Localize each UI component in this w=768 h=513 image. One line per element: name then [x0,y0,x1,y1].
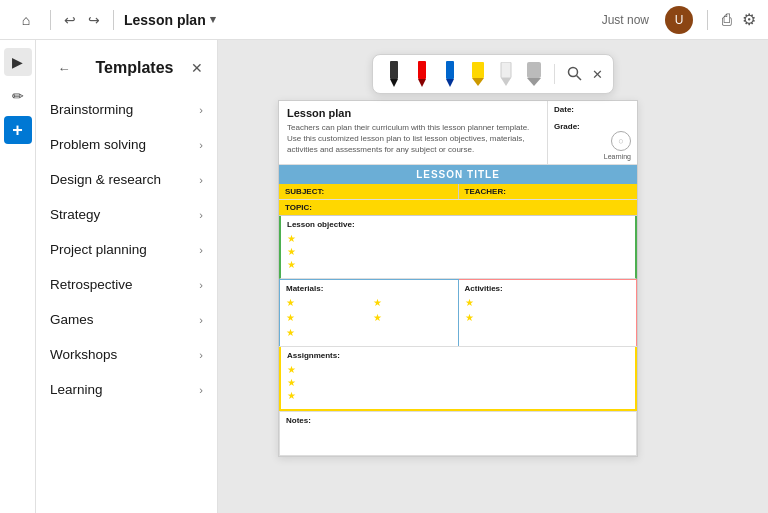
sidebar-title: Templates [96,59,174,77]
sidebar-list: Brainstorming › Problem solving › Design… [36,92,217,513]
chevron-right-icon: › [199,209,203,221]
document-title[interactable]: Lesson plan ▾ [124,12,216,28]
sidebar-close-button[interactable]: ✕ [191,60,203,76]
toolbar-divider [554,64,555,84]
svg-line-13 [577,76,582,81]
sidebar-back-button[interactable]: ← [50,54,78,82]
topbar: ⌂ ↩ ↪ Lesson plan ▾ Just now U ⎙ ⚙ [0,0,768,40]
sidebar-item-games[interactable]: Games › [36,302,217,337]
redo-button[interactable]: ↪ [85,9,103,31]
learning-circle-icon: ○ [611,131,631,151]
svg-marker-9 [501,78,511,86]
svg-point-12 [569,68,578,77]
lt-teacher-cell: TEACHER: [459,184,638,199]
chevron-right-icon: › [199,174,203,186]
toolbar-close-button[interactable]: ✕ [592,67,603,82]
lt-header: Lesson plan Teachers can plan their curr… [279,101,637,165]
sidebar-item-learning[interactable]: Learning › [36,372,217,407]
lt-materials-col: Materials: ★ ★ ★ ★ ★ [279,279,459,346]
lt-activities-title: Activities: [465,284,631,293]
lt-title-bar: LESSON TITLE [279,165,637,184]
canvas-area[interactable]: ✕ Lesson plan Teachers can plan their cu… [218,40,768,513]
svg-marker-1 [390,79,398,87]
save-timestamp: Just now [602,13,649,27]
sidebar-item-problem-solving[interactable]: Problem solving › [36,127,217,162]
lt-topic-row: TOPIC: [279,200,637,216]
pen-red-tool[interactable] [411,60,433,88]
lt-activities-col: Activities: ★ ★ [459,279,638,346]
lt-description: Teachers can plan their curriculum with … [287,122,539,156]
sidebar-item-retrospective[interactable]: Retrospective › [36,267,217,302]
lt-mat-star-4: ★ [373,312,452,323]
chevron-right-icon: › [199,384,203,396]
lt-subject-teacher-row: SUBJECT: TEACHER: [279,184,637,200]
select-tool-button[interactable]: ▶ [4,48,32,76]
lt-assignments-section: Assignments: ★ ★ ★ [279,347,637,411]
lt-star-1: ★ [287,233,629,244]
svg-marker-7 [472,78,484,86]
lt-materials-stars: ★ ★ ★ ★ ★ [286,297,452,340]
lt-learning-badge: Learning [604,153,631,160]
lt-assign-star-2: ★ [287,377,629,388]
lt-star-2: ★ [287,246,629,257]
lt-mat-star-2: ★ [373,297,452,308]
topbar-divider-2 [113,10,114,30]
pen-black-tool[interactable] [383,60,405,88]
lt-mat-star-1: ★ [286,297,365,308]
settings-icon[interactable]: ⚙ [742,10,756,29]
lt-objective-title: Lesson objective: [287,220,629,229]
add-button[interactable]: + [4,116,32,144]
sidebar-header: ← Templates ✕ [36,40,217,92]
topbar-left: ⌂ ↩ ↪ Lesson plan ▾ [12,6,594,34]
drawing-toolbar: ✕ [372,54,614,94]
lt-act-star-2: ★ [465,312,544,323]
title-chevron-icon: ▾ [210,13,216,26]
lt-icon-area: ○ Learning [554,131,631,160]
highlighter-yellow-tool[interactable] [467,60,489,88]
lt-act-star-1: ★ [465,297,544,308]
lesson-plan-template: Lesson plan Teachers can plan their curr… [278,100,638,457]
lt-assign-star-3: ★ [287,390,629,401]
lt-activities-stars: ★ ★ [465,297,631,325]
lt-mat-star-3: ★ [286,312,365,323]
sidebar-item-strategy[interactable]: Strategy › [36,197,217,232]
main-area: ▶ ✏ + ← Templates ✕ Brainstorming › Prob… [0,40,768,513]
lt-header-right: Date: Grade: ○ Learning [547,101,637,164]
lt-star-3: ★ [287,259,629,270]
svg-rect-8 [501,62,511,78]
lt-template-title: Lesson plan [287,107,539,119]
share-icon[interactable]: ⎙ [722,11,732,29]
svg-marker-3 [418,79,426,87]
undo-button[interactable]: ↩ [61,9,79,31]
search-tool[interactable] [564,60,586,88]
sidebar-item-brainstorming[interactable]: Brainstorming › [36,92,217,127]
user-avatar[interactable]: U [665,6,693,34]
chevron-right-icon: › [199,349,203,361]
chevron-right-icon: › [199,314,203,326]
home-button[interactable]: ⌂ [12,6,40,34]
eraser-white-tool[interactable] [495,60,517,88]
svg-marker-11 [527,78,541,86]
lt-mat-star-5: ★ [286,327,365,338]
svg-rect-4 [446,61,454,79]
svg-rect-10 [527,62,541,78]
lt-materials-activities-row: Materials: ★ ★ ★ ★ ★ Activities: ★ ★ [279,279,637,347]
lt-subject-cell: SUBJECT: [279,184,459,199]
pen-tool-button[interactable]: ✏ [4,82,32,110]
svg-rect-6 [472,62,484,78]
sidebar-item-design-research[interactable]: Design & research › [36,162,217,197]
pen-blue-tool[interactable] [439,60,461,88]
lt-notes-section: Notes: [279,411,637,456]
sidebar-item-workshops[interactable]: Workshops › [36,337,217,372]
lt-header-left: Lesson plan Teachers can plan their curr… [279,101,547,164]
sidebar-item-project-planning[interactable]: Project planning › [36,232,217,267]
lt-objective-section: Lesson objective: ★ ★ ★ [279,216,637,279]
marker-gray-tool[interactable] [523,60,545,88]
lt-assign-star-1: ★ [287,364,629,375]
lt-materials-title: Materials: [286,284,452,293]
topbar-divider-1 [50,10,51,30]
lt-date-label: Date: [554,105,631,114]
chevron-right-icon: › [199,244,203,256]
sidebar-panel: ← Templates ✕ Brainstorming › Problem so… [36,40,218,513]
svg-rect-0 [390,61,398,79]
